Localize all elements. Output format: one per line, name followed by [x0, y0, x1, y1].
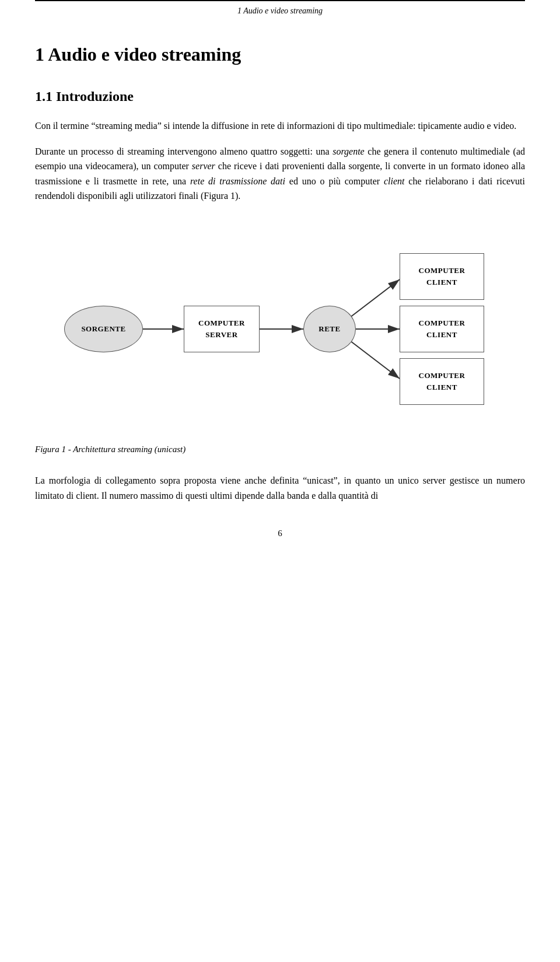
page: 1 Audio e video streaming 1 Audio e vide… — [0, 0, 560, 962]
node-client-1: COMPUTER CLIENT — [400, 253, 484, 300]
chapter-title: 1 Audio e video streaming — [35, 40, 525, 68]
header-bar: 1 Audio e video streaming — [35, 0, 525, 17]
svg-line-3 — [350, 279, 400, 317]
diagram: SORGENTE COMPUTER SERVER RETE COMPUTER C… — [52, 227, 508, 431]
paragraph-2: Durante un processo di streaming interve… — [35, 144, 525, 204]
header-text: 1 Audio e video streaming — [237, 6, 323, 15]
diagram-container: SORGENTE COMPUTER SERVER RETE COMPUTER C… — [35, 227, 525, 431]
paragraph-3: La morfologia di collegamento sopra prop… — [35, 473, 525, 503]
node-computer-server: COMPUTER SERVER — [184, 306, 260, 352]
section-title: 1.1 Introduzione — [35, 86, 525, 107]
node-sorgente: SORGENTE — [64, 306, 143, 352]
figure-caption: Figura 1 - Architettura streaming (unica… — [35, 443, 525, 456]
page-number: 6 — [35, 527, 525, 540]
node-client-3: COMPUTER CLIENT — [400, 358, 484, 405]
paragraph-1: Con il termine “streaming media” si inte… — [35, 118, 525, 134]
svg-line-5 — [350, 341, 400, 379]
node-client-2: COMPUTER CLIENT — [400, 306, 484, 352]
node-rete: RETE — [303, 306, 356, 352]
